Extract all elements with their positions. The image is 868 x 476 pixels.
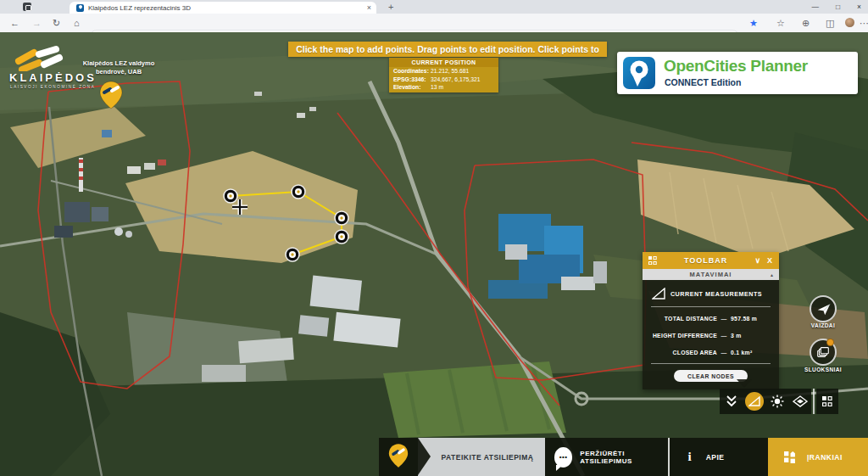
toolbar-grid-icon	[648, 256, 657, 265]
measurement-row: CLOSED AREA—0.1 km²	[643, 344, 779, 361]
tab-actions-icon[interactable]	[23, 3, 31, 11]
measurement-row: TOTAL DISTANCE—957.58 m	[643, 310, 779, 327]
measurements-body: CURRENT MEASUREMENTS TOTAL DISTANCE—957.…	[643, 280, 779, 389]
window-close-button[interactable]: ×	[857, 0, 861, 14]
tab-title: Klaipėdos LEZ reprezentacinis 3D	[88, 4, 342, 12]
web-capture-icon[interactable]: ◫	[826, 16, 834, 30]
bookmark-star-icon[interactable]: ★	[749, 16, 758, 30]
company-pin-icon[interactable]	[99, 81, 123, 109]
browser-toolbar: ← → ↻ ⌂ https://eu.opencitiesplanner.ben…	[0, 14, 868, 33]
measure-tool-active-icon	[745, 392, 764, 411]
measure-triangle-icon	[652, 288, 665, 300]
opencities-subtitle: CONNECT Edition	[665, 77, 741, 87]
position-row: EPSG:3346:324,667, 6,175,321	[389, 75, 498, 82]
views-button[interactable]	[810, 295, 837, 322]
opencities-title: OpenCities Planner	[664, 57, 808, 76]
layers-label: SLUOKSNIAI	[793, 367, 853, 372]
browser-menu-icon[interactable]: ⋯	[860, 16, 868, 30]
layers-notification-dot	[826, 339, 834, 346]
window-maximize-button[interactable]: □	[836, 0, 840, 14]
grid-icon	[822, 396, 832, 406]
measure-node[interactable]	[286, 248, 299, 261]
panel-pointer	[737, 379, 752, 388]
toolbar-toggle-button[interactable]	[816, 389, 838, 414]
measure-node[interactable]	[292, 185, 305, 199]
measure-node[interactable]	[335, 211, 348, 225]
forward-button[interactable]: →	[32, 16, 42, 30]
layers-icon	[815, 344, 831, 360]
speech-bubble-icon: •••	[554, 447, 572, 468]
panel-collapse-icon[interactable]: ∨	[754, 256, 760, 265]
position-row: Elevation:13 m	[389, 83, 498, 92]
terrain-tool-button[interactable]	[788, 389, 811, 414]
section-matavimai[interactable]: MATAVIMAI ▲	[643, 269, 779, 280]
refresh-button[interactable]: ↻	[53, 16, 60, 30]
measurement-polyline	[231, 192, 342, 255]
map-hint-banner: Click the map to add points. Drag points…	[288, 42, 607, 57]
tools-grid-icon	[784, 451, 796, 463]
home-button[interactable]: ⌂	[74, 16, 80, 30]
position-box-title: CURRENT POSITION	[389, 58, 498, 67]
tab-close-icon[interactable]: ×	[367, 2, 371, 14]
terrain-diamond-icon	[793, 395, 808, 407]
toolbar-panel: TOOLBAR ∨ X MATAVIMAI ▲ CURRENT MEASUREM…	[643, 252, 779, 389]
tool-row-separator	[813, 389, 815, 414]
window-minimize-button[interactable]: —	[811, 0, 819, 14]
views-label: VAIZDAI	[793, 322, 853, 328]
profile-avatar[interactable]	[845, 18, 854, 27]
measure-tool-button[interactable]	[743, 389, 765, 414]
favorites-icon[interactable]: ☆	[776, 16, 785, 30]
back-button[interactable]: ←	[10, 16, 19, 30]
section-collapse-arrow[interactable]: ▲	[770, 272, 775, 277]
panel-close-icon[interactable]: X	[767, 256, 772, 265]
feedback-arrow	[418, 438, 431, 475]
map-tool-row	[720, 389, 838, 414]
opencities-pin-icon	[623, 57, 655, 89]
sun-icon	[771, 395, 784, 408]
klaipedos-logo-icon	[10, 44, 66, 71]
about-button[interactable]: i APIE	[670, 438, 769, 476]
chevrons-icon	[725, 395, 738, 408]
new-tab-button[interactable]: +	[388, 0, 393, 14]
measurements-title: CURRENT MEASUREMENTS	[665, 290, 779, 298]
flythrough-tool-button[interactable]	[720, 389, 743, 414]
browser-tab[interactable]: Klaipėdos LEZ reprezentacinis 3D ×	[70, 2, 376, 14]
sun-shadow-tool-button[interactable]	[765, 389, 788, 414]
paper-plane-icon	[816, 302, 831, 316]
view-feedback-button[interactable]: ••• PERŽIŪRĖTI ATSILIEPIMUS	[545, 438, 668, 476]
measurement-nodes	[224, 185, 348, 261]
toolbar-panel-header[interactable]: TOOLBAR ∨ X	[643, 252, 779, 269]
measure-node[interactable]	[335, 230, 348, 244]
measurement-row: HEIGHT DIFFERENCE—3 m	[643, 327, 779, 344]
feedback-pin-icon	[388, 443, 409, 468]
tools-button[interactable]: ĮRANKIAI	[768, 438, 868, 476]
current-position-box: CURRENT POSITION Coordinates:21.212, 55.…	[389, 58, 498, 92]
position-row: Coordinates:21.212, 55.681	[389, 67, 498, 75]
company-label: Klaipėdos LEZ valdymo bendrovė, UAB	[73, 59, 164, 76]
klaipedos-logo-tagline: LAISVOJI EKONOMINĖ ZONA	[10, 85, 95, 89]
info-icon: i	[688, 450, 692, 464]
browser-tab-strip: Klaipėdos LEZ reprezentacinis 3D × + — □…	[0, 0, 868, 14]
toolbar-panel-title: TOOLBAR	[657, 256, 754, 265]
opencities-logo: OpenCities Planner CONNECT Edition	[617, 52, 858, 94]
measure-node[interactable]	[224, 189, 237, 203]
collections-icon[interactable]: ⊕	[802, 16, 810, 30]
tab-favicon-icon	[76, 4, 84, 12]
feedback-pin-section[interactable]	[379, 438, 418, 476]
submit-feedback-button[interactable]: PATEIKITE ATSILIEPIMĄ	[418, 438, 545, 476]
